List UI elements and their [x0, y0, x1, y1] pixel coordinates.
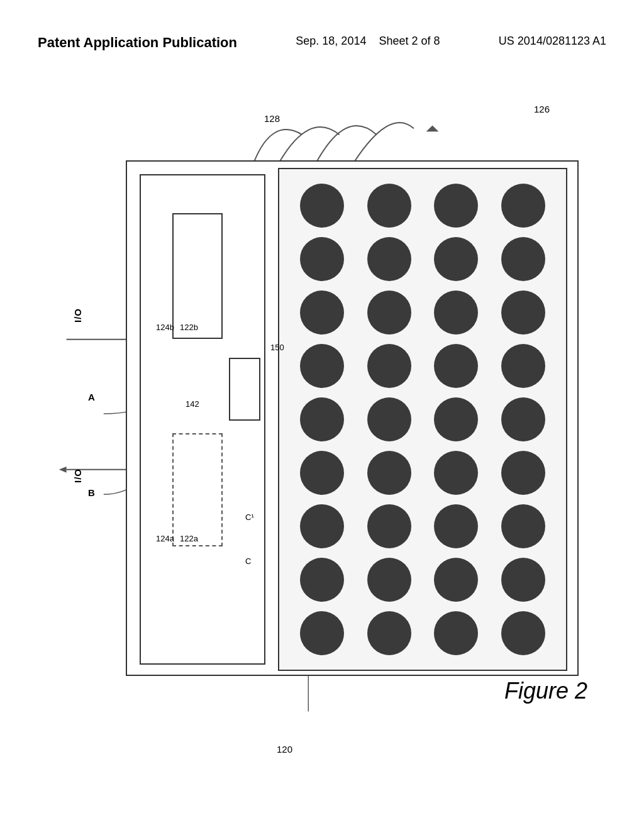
dot-34 [367, 611, 411, 655]
dot-28 [501, 504, 545, 548]
dot-10 [367, 290, 411, 335]
dot-2 [367, 184, 411, 228]
dot-grid-panel [278, 168, 567, 671]
label-150: 150 [270, 343, 284, 352]
dot-15 [434, 344, 478, 388]
label-122a: 122a [180, 534, 198, 543]
left-panel [140, 174, 265, 665]
dot-17 [300, 397, 344, 441]
dot-35 [434, 611, 478, 655]
publication-number: US 2014/0281123 A1 [499, 35, 606, 48]
dot-18 [367, 397, 411, 441]
dot-23 [434, 451, 478, 495]
dot-1 [300, 184, 344, 228]
page-header: Patent Application Publication Sep. 18, … [0, 0, 644, 51]
label-142: 142 [186, 399, 199, 409]
label-a: A [88, 392, 95, 402]
dot-33 [300, 611, 344, 655]
label-126: 126 [534, 104, 550, 114]
figure-label: Figure 2 [504, 678, 587, 704]
rect-150 [229, 358, 260, 421]
dot-8 [501, 237, 545, 281]
dot-36 [501, 611, 545, 655]
label-120: 120 [277, 744, 292, 755]
label-c1: C¹ [245, 512, 254, 522]
label-io-top: I/O [72, 308, 83, 323]
dot-9 [300, 290, 344, 335]
pub-date: Sep. 18, 2014 [296, 35, 366, 47]
main-device-rect [126, 160, 579, 676]
dot-27 [434, 504, 478, 548]
dot-31 [434, 558, 478, 602]
dot-7 [434, 237, 478, 281]
label-c: C [245, 556, 251, 566]
svg-marker-0 [426, 125, 439, 131]
sheet-info: Sheet 2 of 8 [379, 35, 440, 47]
dot-24 [501, 451, 545, 495]
label-128: 128 [264, 113, 280, 124]
label-io-bottom: I/O [72, 468, 83, 483]
dot-3 [434, 184, 478, 228]
dot-11 [434, 290, 478, 335]
top-inner-box [172, 213, 223, 339]
dot-19 [434, 397, 478, 441]
dot-20 [501, 397, 545, 441]
label-b: B [88, 487, 95, 498]
dot-grid [279, 169, 566, 670]
figure-area: I/O I/O A B 128 126 124b 122b 124a 122a … [38, 97, 606, 780]
label-122b: 122b [180, 323, 198, 332]
dot-32 [501, 558, 545, 602]
dot-16 [501, 344, 545, 388]
publication-date-sheet: Sep. 18, 2014 Sheet 2 of 8 [296, 35, 440, 48]
dot-22 [367, 451, 411, 495]
dot-26 [367, 504, 411, 548]
label-124b: 124b [156, 323, 174, 332]
dot-30 [367, 558, 411, 602]
dot-14 [367, 344, 411, 388]
dot-21 [300, 451, 344, 495]
dot-25 [300, 504, 344, 548]
dot-13 [300, 344, 344, 388]
dot-29 [300, 558, 344, 602]
dot-4 [501, 184, 545, 228]
publication-title: Patent Application Publication [38, 35, 237, 51]
dot-5 [300, 237, 344, 281]
svg-marker-4 [59, 467, 67, 473]
label-124a: 124a [156, 534, 174, 543]
dot-12 [501, 290, 545, 335]
dot-6 [367, 237, 411, 281]
bottom-inner-box [172, 433, 223, 546]
